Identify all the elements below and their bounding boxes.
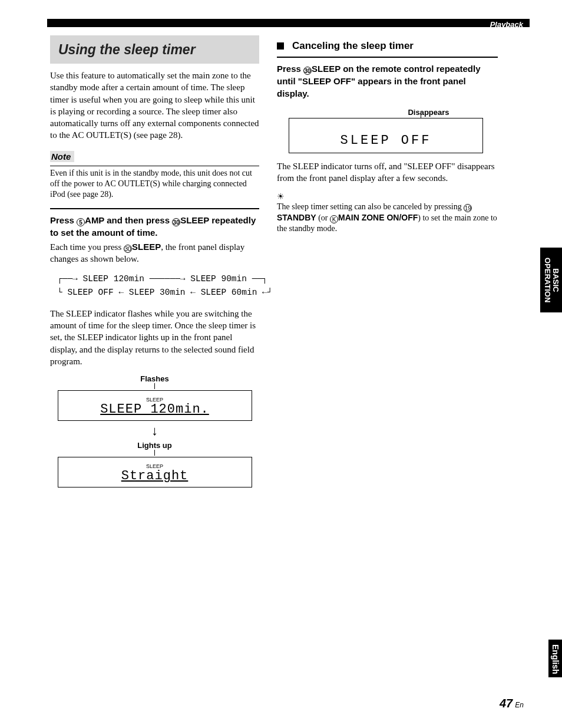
text: Press	[277, 64, 303, 74]
amp-label: AMP	[85, 215, 104, 225]
front-panel-display-2: SLEEP Straight	[58, 457, 252, 487]
display-text: Straight	[58, 469, 252, 483]
ref-number-icon: 30	[124, 245, 132, 253]
ref-number-icon: 30	[303, 67, 312, 75]
text: (or	[316, 213, 330, 222]
page-number: 47 En	[500, 697, 524, 710]
standby-label: STANDBY	[277, 213, 316, 222]
tip-icon: ☀	[277, 192, 498, 202]
flashes-label: Flashes	[50, 374, 259, 383]
indicator-paragraph: The SLEEP indicator flashes while you ar…	[50, 308, 259, 367]
pointer-line	[421, 111, 421, 118]
page-columns: Using the sleep timer Use this feature t…	[50, 35, 498, 487]
zone-label: MAIN ZONE ON/OFF	[338, 213, 418, 222]
page-number-value: 47	[500, 697, 513, 710]
ref-number-icon: K	[330, 215, 338, 223]
intro-paragraph: Use this feature to automatically set th…	[50, 70, 259, 141]
side-tab-english: English	[548, 640, 562, 677]
display-text: SLEEP OFF	[289, 133, 482, 148]
pointer-line	[154, 383, 155, 389]
text: The sleep timer setting can also be canc…	[277, 202, 464, 211]
text: Each time you press	[50, 242, 124, 252]
bullet-square-icon	[277, 42, 284, 50]
right-column: Canceling the sleep timer Press 30SLEEP …	[277, 35, 498, 487]
text: and then press	[104, 215, 172, 225]
text: Press	[50, 215, 77, 225]
cancel-header: Canceling the sleep timer	[277, 40, 498, 52]
ref-number-icon: 5	[77, 218, 85, 226]
disappears-label: Disappears	[359, 108, 498, 117]
ref-number-icon: 19	[464, 204, 472, 212]
off-paragraph: The SLEEP indicator turns off, and "SLEE…	[277, 160, 498, 185]
arrow-down-icon: ↓	[50, 424, 259, 437]
sleep-cycle-diagram: ┌──→ SLEEP 120min ──────→ SLEEP 90min ──…	[57, 272, 259, 299]
header-bar	[47, 19, 530, 27]
cancel-instruction: Press 30SLEEP on the remote control repe…	[277, 62, 498, 100]
tip-paragraph: The sleep timer setting can also be canc…	[277, 202, 498, 235]
divider	[50, 208, 259, 209]
note-heading: Note	[50, 151, 74, 162]
front-panel-display-off: SLEEP OFF	[289, 118, 483, 153]
front-panel-display-1: SLEEP SLEEP 120min.	[58, 390, 252, 421]
pointer-line	[154, 450, 155, 456]
side-tab-basic-operation: BASIC OPERATION	[540, 248, 562, 312]
each-press-para: Each time you press 30SLEEP, the front p…	[50, 241, 259, 265]
sleep-label: SLEEP	[132, 242, 161, 252]
sleep-label: SLEEP	[180, 215, 209, 225]
note-rule	[50, 166, 259, 166]
divider	[277, 57, 498, 58]
display-text: SLEEP 120min.	[58, 402, 252, 417]
lightsup-label: Lights up	[50, 441, 259, 450]
ref-number-icon: 30	[172, 218, 180, 226]
left-column: Using the sleep timer Use this feature t…	[50, 35, 259, 487]
page-number-suffix: En	[515, 701, 524, 709]
sleep-label: SLEEP	[312, 64, 340, 74]
section-title: Using the sleep timer	[50, 35, 259, 64]
press-instruction: Press 5AMP and then press 30SLEEP repeat…	[50, 214, 259, 239]
section-breadcrumb: Playback	[490, 20, 523, 29]
cancel-title: Canceling the sleep timer	[292, 40, 414, 52]
note-body: Even if this unit is in the standby mode…	[50, 168, 259, 200]
